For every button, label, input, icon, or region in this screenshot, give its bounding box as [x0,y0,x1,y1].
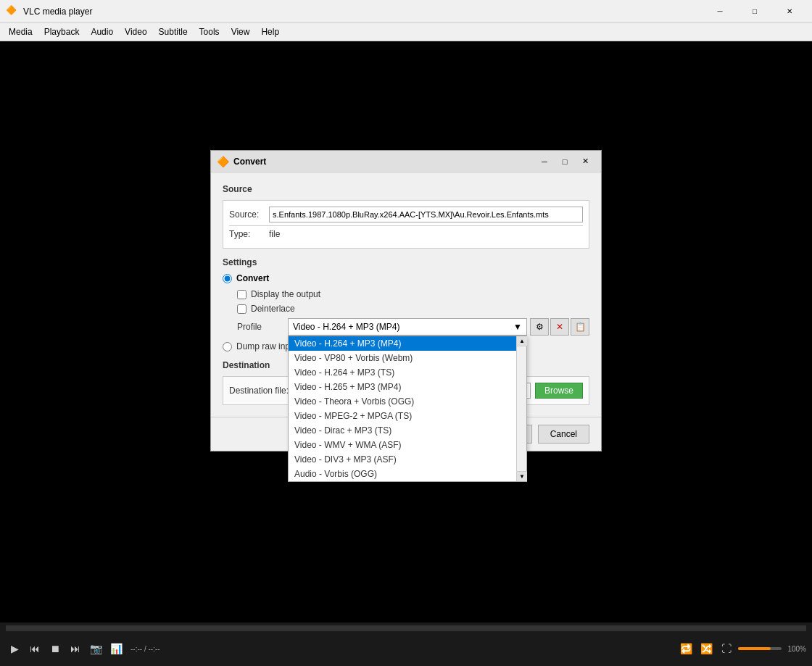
convert-radio-row: Convert [223,273,589,283]
profile-select-button[interactable]: Video - H.264 + MP3 (MP4) ▼ [288,318,527,336]
volume-fill [738,647,771,650]
menu-view[interactable]: View [225,25,256,39]
app-title: VLC media player [23,7,703,17]
time-display: --:-- / --:-- [130,645,160,653]
title-bar-controls: ─ □ ✕ [703,0,806,23]
dialog-minimize-button[interactable]: ─ [534,154,555,170]
profile-label: Profile [237,322,288,332]
deinterlace-label: Deinterlace [251,304,295,314]
scroll-down-button[interactable]: ▼ [517,471,527,481]
dest-file-label: Destination file: [229,386,294,396]
type-label: Type: [229,229,269,239]
dropdown-item-6[interactable]: Video - Dirac + MP3 (TS) [289,423,526,438]
display-output-row: Display the output [223,289,589,299]
convert-radio-label: Convert [236,273,269,283]
loop-button[interactable]: 🔁 [677,640,695,657]
dialog-icon: 🔶 [217,156,229,167]
delete-profile-button[interactable]: ✕ [550,318,569,336]
settings-section: Settings Convert Display the output Dein… [223,257,589,351]
type-field-row: Type: file [229,229,583,239]
selected-profile-text: Video - H.264 + MP3 (MP4) [293,322,400,332]
profile-dropdown: Video - H.264 + MP3 (MP4) Video - VP80 +… [288,336,527,482]
convert-radio[interactable] [223,274,232,283]
source-label: Source: [229,209,269,220]
edit-profile-button[interactable]: ⚙ [530,318,549,336]
title-bar: 🔶 VLC media player ─ □ ✕ [0,0,812,23]
next-button[interactable]: ⏭ [67,640,84,657]
fullscreen-button[interactable]: ⛶ [718,640,735,657]
cancel-button[interactable]: Cancel [538,425,589,444]
save-profile-button[interactable]: 📋 [571,318,589,336]
controls-row: ▶ ⏮ ⏹ ⏭ 📷 📊 --:-- / --:-- 🔁 🔀 ⛶ 100% [0,631,812,666]
menu-playback[interactable]: Playback [38,25,86,39]
settings-section-label: Settings [223,257,589,267]
menu-tools[interactable]: Tools [194,25,225,39]
dropdown-item-5[interactable]: Video - MPEG-2 + MPGA (TS) [289,409,526,423]
prev-button[interactable]: ⏮ [26,640,44,657]
dialog-close-button[interactable]: ✕ [575,154,595,170]
volume-label: 100% [787,645,806,653]
menu-help[interactable]: Help [255,25,285,39]
browse-button[interactable]: Browse [535,383,583,399]
deinterlace-row: Deinterlace [223,304,589,314]
dropdown-item-8[interactable]: Video - DIV3 + MP3 (ASF) [289,452,526,467]
convert-dialog: 🔶 Convert ─ □ ✕ Source Source: Type: fil… [210,150,602,451]
eq-button[interactable]: 📊 [107,640,125,657]
source-section-label: Source [223,184,589,194]
source-field-row: Source: [229,207,583,222]
dump-raw-radio[interactable] [223,342,232,351]
dialog-body: Source Source: Type: file Settings Conve… [211,172,601,417]
minimize-button[interactable]: ─ [703,0,737,23]
dropdown-item-1[interactable]: Video - VP80 + Vorbis (Webm) [289,351,526,365]
dropdown-item-4[interactable]: Video - Theora + Vorbis (OGG) [289,394,526,409]
close-button[interactable]: ✕ [773,0,806,23]
profile-dropdown-container: Video - H.264 + MP3 (MP4) ▼ Video - H.26… [288,318,527,336]
dropdown-scrollbar[interactable]: ▲ ▼ [516,336,526,481]
display-output-label: Display the output [251,289,320,299]
dialog-title-bar: 🔶 Convert ─ □ ✕ [211,151,601,172]
dropdown-item-7[interactable]: Video - WMV + WMA (ASF) [289,438,526,452]
profile-action-buttons: ⚙ ✕ 📋 [530,318,589,336]
maximize-button[interactable]: □ [738,0,771,23]
dropdown-item-2[interactable]: Video - H.264 + MP3 (TS) [289,365,526,380]
play-button[interactable]: ▶ [6,640,23,657]
divider-1 [229,225,583,226]
dropdown-arrow-icon: ▼ [513,322,522,332]
snapshot-button[interactable]: 📷 [87,640,104,657]
app-icon: 🔶 [6,5,19,18]
dialog-maximize-button[interactable]: □ [555,154,575,170]
dropdown-item-9[interactable]: Audio - Vorbis (OGG) [289,467,526,481]
menu-bar: Media Playback Audio Video Subtitle Tool… [0,23,812,41]
profile-row: Profile Video - H.264 + MP3 (MP4) ▼ Vide… [223,318,589,336]
stop-button[interactable]: ⏹ [46,640,64,657]
dropdown-item-3[interactable]: Video - H.265 + MP3 (MP4) [289,380,526,394]
volume-slider[interactable] [738,647,782,650]
menu-video[interactable]: Video [119,25,152,39]
menu-media[interactable]: Media [3,25,38,39]
source-section: Source: Type: file [223,200,589,249]
progress-bar[interactable] [6,625,806,631]
menu-audio[interactable]: Audio [85,25,119,39]
display-output-checkbox[interactable] [237,290,246,299]
shuffle-button[interactable]: 🔀 [697,640,715,657]
source-input[interactable] [269,207,583,222]
menu-subtitle[interactable]: Subtitle [153,25,194,39]
dialog-title: Convert [233,157,534,167]
type-value: file [269,229,583,239]
dropdown-item-0[interactable]: Video - H.264 + MP3 (MP4) [289,336,526,351]
deinterlace-checkbox[interactable] [237,304,246,314]
scroll-up-button[interactable]: ▲ [517,336,527,346]
bottom-bar: ▶ ⏮ ⏹ ⏭ 📷 📊 --:-- / --:-- 🔁 🔀 ⛶ 100% [0,623,812,666]
